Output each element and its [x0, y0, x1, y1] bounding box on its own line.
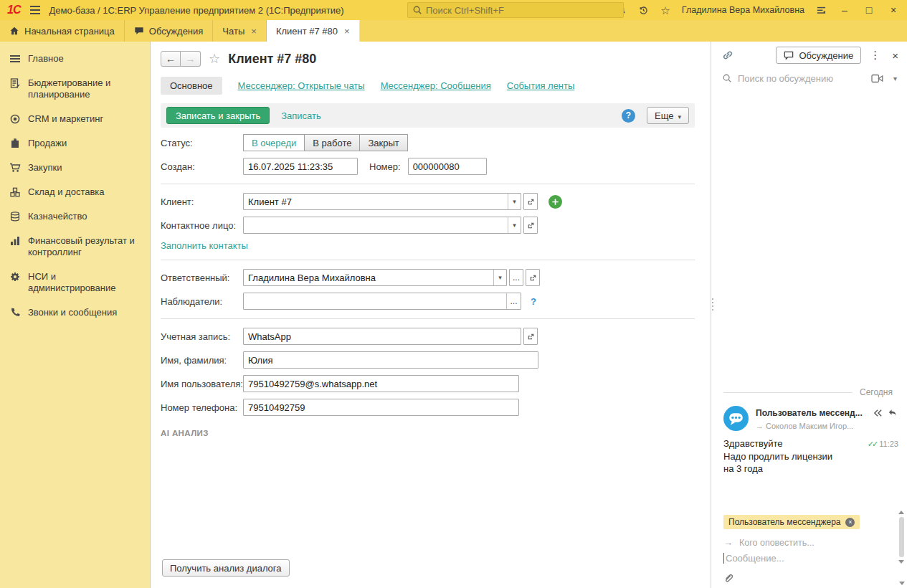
coins-icon: [9, 211, 21, 222]
status-switch: В очереди В работе Закрыт: [243, 134, 408, 151]
mention-chip-label: Пользователь мессенджера: [728, 517, 840, 527]
minimize-button[interactable]: –: [837, 3, 853, 17]
more-actions-button[interactable]: Еще▾: [647, 107, 689, 124]
ai-section-header: AI АНАЛИЗ: [161, 429, 695, 437]
global-search[interactable]: [407, 2, 624, 18]
main-menu-button[interactable]: [28, 4, 42, 16]
discussion-toggle-button[interactable]: Обсуждение: [776, 47, 861, 64]
attach-file-button[interactable]: [723, 572, 733, 583]
discussion-search-input[interactable]: [738, 73, 864, 84]
message-input[interactable]: [726, 553, 891, 564]
titlebar-actions: ☆ Гладилина Вера Михайловна – □ ×: [614, 3, 901, 17]
scroll-up-icon[interactable]: [898, 511, 904, 514]
scrollbar-thumb[interactable]: [899, 517, 904, 557]
tab-messenger-messages[interactable]: Мессенджер: Сообщения: [381, 80, 491, 91]
tab-label: Начальная страница: [24, 26, 115, 37]
tab-discussions[interactable]: Обсуждения: [125, 20, 214, 42]
panel-menu-button[interactable]: ⋮: [867, 49, 883, 62]
status-option-in-progress[interactable]: В работе: [304, 134, 360, 151]
responsible-field[interactable]: [244, 270, 493, 285]
quote-button[interactable]: [872, 407, 884, 419]
number-field[interactable]: [408, 158, 487, 175]
tab-main-section[interactable]: Основное: [161, 77, 222, 95]
maximize-button[interactable]: □: [861, 3, 877, 17]
favorites-button[interactable]: ☆: [659, 4, 671, 17]
fill-contacts-link[interactable]: Заполнить контакты: [161, 240, 248, 251]
bar-chart-icon: [9, 235, 21, 247]
mention-chip[interactable]: Пользователь мессенджера ×: [723, 515, 860, 529]
person-name-field[interactable]: [243, 351, 538, 369]
tab-feed-events[interactable]: События ленты: [507, 80, 575, 91]
watchers-combo: ...: [243, 293, 521, 310]
sidebar-item-warehouse[interactable]: Склад и доставка: [0, 180, 150, 204]
responsible-choose-button[interactable]: ...: [509, 269, 523, 286]
sidebar-item-purchasing[interactable]: Закупки: [0, 156, 150, 180]
divider: [161, 260, 695, 260]
search-icon: [412, 5, 422, 15]
sidebar-item-main[interactable]: Главное: [0, 47, 150, 71]
sidebar-item-admin[interactable]: НСИ и администрирование: [0, 265, 150, 300]
client-dropdown-button[interactable]: ▾: [508, 194, 521, 209]
sidebar-item-calls[interactable]: Звонки и сообщения: [0, 300, 150, 325]
open-in-window-icon: [527, 198, 535, 206]
save-button[interactable]: Записать: [281, 110, 321, 121]
scroll-bottom-button[interactable]: [899, 582, 905, 585]
sidebar-item-treasury[interactable]: Казначейство: [0, 204, 150, 229]
get-dialog-analysis-button[interactable]: Получить анализ диалога: [162, 559, 290, 577]
current-user[interactable]: Гладилина Вера Михайловна: [682, 5, 804, 15]
sidebar-item-label: Звонки и сообщения: [28, 307, 117, 318]
create-client-button[interactable]: [549, 195, 562, 209]
message-item[interactable]: Пользователь мессенд...: [723, 406, 898, 475]
connection-status-button[interactable]: [815, 4, 828, 16]
tab-messenger-open-chats[interactable]: Мессенджер: Открытые чаты: [238, 80, 365, 91]
tab-close-icon[interactable]: ×: [344, 26, 350, 37]
username-field[interactable]: [243, 375, 519, 392]
sidebar-item-budgeting[interactable]: Бюджетирование и планирование: [0, 71, 150, 107]
status-option-queued[interactable]: В очереди: [243, 134, 305, 151]
tab-home[interactable]: Начальная страница: [0, 20, 125, 42]
reply-arrow-icon: [888, 409, 897, 417]
discussion-messages: Сегодня Пользователь мессенд...: [715, 89, 907, 508]
notify-input[interactable]: [739, 538, 891, 548]
sidebar-item-crm[interactable]: CRM и маркетинг: [0, 107, 150, 131]
save-and-close-button[interactable]: Записать и закрыть: [166, 107, 270, 124]
account-open-button[interactable]: [523, 328, 538, 345]
watchers-field[interactable]: [244, 293, 506, 309]
add-to-favorites-button[interactable]: ☆: [209, 51, 220, 67]
account-row: Учетная запись:: [161, 328, 695, 345]
watchers-help-link[interactable]: ?: [531, 296, 536, 307]
copy-link-button[interactable]: [721, 48, 735, 62]
remove-mention-icon[interactable]: ×: [845, 518, 855, 527]
composer-scrollbar[interactable]: [898, 511, 905, 564]
sidebar-item-sales[interactable]: Продажи: [0, 131, 150, 156]
watchers-choose-button[interactable]: ...: [506, 293, 521, 309]
reply-button[interactable]: [886, 407, 898, 419]
panel-splitter[interactable]: [711, 42, 715, 588]
sidebar-item-finance[interactable]: Финансовый результат и контроллинг: [0, 229, 150, 265]
close-window-button[interactable]: ×: [885, 3, 901, 17]
global-search-input[interactable]: [426, 5, 619, 16]
search-options-button[interactable]: ▾: [891, 75, 900, 82]
tab-client[interactable]: Клиент #7 #80 ×: [267, 20, 360, 42]
tab-chats[interactable]: Чаты ×: [213, 20, 267, 42]
double-chevron-left-icon: [873, 409, 883, 417]
responsible-open-button[interactable]: [526, 269, 540, 286]
account-field[interactable]: [243, 328, 521, 345]
status-option-closed[interactable]: Закрыт: [359, 134, 407, 151]
client-open-button[interactable]: [523, 193, 538, 210]
scroll-down-icon[interactable]: [898, 560, 904, 564]
history-button[interactable]: [637, 4, 650, 17]
panel-close-button[interactable]: ×: [889, 49, 901, 62]
created-field[interactable]: [243, 158, 358, 175]
contact-dropdown-button[interactable]: ▾: [508, 217, 521, 233]
client-field[interactable]: [244, 194, 508, 209]
forward-button[interactable]: →: [181, 51, 201, 67]
contact-open-button[interactable]: [523, 217, 538, 234]
help-button[interactable]: ?: [622, 109, 635, 123]
contact-field[interactable]: [244, 217, 508, 233]
responsible-dropdown-button[interactable]: ▾: [493, 270, 506, 285]
tab-close-icon[interactable]: ×: [251, 26, 257, 37]
phone-field[interactable]: [243, 399, 519, 416]
video-call-button[interactable]: [870, 72, 885, 85]
back-button[interactable]: ←: [161, 51, 181, 67]
